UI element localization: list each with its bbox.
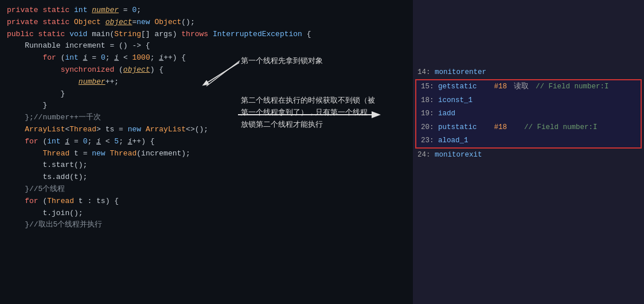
- code-line-7: number++;: [0, 76, 413, 88]
- code-line-12: for (int i = 0; i < 5; i++) {: [0, 136, 413, 148]
- code-line-3: public static void main(String[] args) t…: [0, 29, 413, 41]
- code-line-15: ts.add(t);: [0, 172, 413, 184]
- bytecode-line-20: 20: putstatic #18// Field number:I: [416, 121, 641, 134]
- main-container: private static int number = 0; private s…: [0, 0, 644, 304]
- code-panel: private static int number = 0; private s…: [0, 0, 413, 304]
- code-line-14: t.start();: [0, 159, 413, 172]
- bytecode-line-14: 14: monitorenter: [413, 66, 644, 79]
- annotation-second-thread: 第二个线程在执行的时候获取不到锁（被 第一个线程拿到了），只有第一个线程 放锁第…: [241, 95, 375, 130]
- code-line-17: for (Thread t : ts) {: [0, 196, 413, 208]
- code-line-6: synchronized (object) {: [0, 64, 413, 76]
- bytecode-panel: 14: monitorenter 15: getstatic #18读取// F…: [413, 66, 644, 162]
- bytecode-line-15: 15: getstatic #18读取// Field number:I: [416, 80, 641, 93]
- code-line-19: }//取出5个线程并执行: [0, 219, 413, 231]
- code-line-16: }//5个线程: [0, 184, 413, 196]
- code-line-1: private static int number = 0;: [0, 5, 413, 17]
- right-panel: 14: monitorenter 15: getstatic #18读取// F…: [413, 0, 644, 304]
- bytecode-line-19: 19: iadd: [416, 107, 641, 120]
- code-line-18: t.join();: [0, 208, 413, 220]
- bytecode-line-23: 23: aload_1: [416, 134, 641, 147]
- code-line-5: for (int i = 0; i < 1000; i++) {: [0, 52, 413, 64]
- annotation-lock-object: 第一个线程先拿到锁对象: [241, 55, 323, 67]
- bytecode-highlight-block: 15: getstatic #18读取// Field number:I 18:…: [415, 79, 642, 149]
- bytecode-line-18: 18: iconst_1: [416, 94, 641, 107]
- code-line-2: private static Object object=new Object(…: [0, 17, 413, 29]
- code-line-4: Runnable increment = () -> {: [0, 40, 413, 52]
- bytecode-line-24: 24: monitorexit: [413, 149, 644, 162]
- code-line-13: Thread t = new Thread(increment);: [0, 148, 413, 160]
